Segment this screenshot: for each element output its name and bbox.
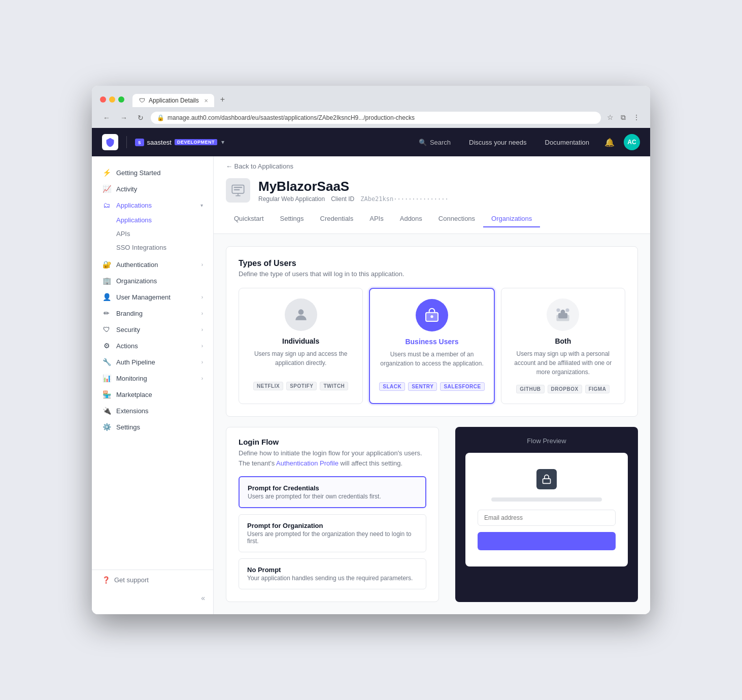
monitoring-icon: 📊 — [102, 374, 111, 382]
tab-credentials[interactable]: Credentials — [312, 211, 362, 227]
tabs-bar: Quickstart Settings Credentials APIs Add… — [226, 211, 638, 227]
tab-settings[interactable]: Settings — [272, 211, 312, 227]
sidebar-subitem-sso[interactable]: SSO Integrations — [92, 241, 213, 254]
extensions-icon: 🔌 — [102, 407, 111, 415]
tab-icon: 🛡 — [139, 97, 146, 104]
tab-organizations[interactable]: Organizations — [483, 211, 540, 227]
tab-close-button[interactable]: ✕ — [204, 98, 208, 104]
sidebar-item-activity[interactable]: 📈 Activity — [92, 181, 213, 197]
forward-button[interactable]: → — [117, 112, 130, 124]
sidebar-item-authentication[interactable]: 🔐 Authentication › — [92, 256, 213, 273]
sidebar-item-security[interactable]: 🛡 Security › — [92, 321, 213, 338]
sidebar-item-user-management[interactable]: 👤 User Management › — [92, 289, 213, 305]
security-icon: 🛡 — [102, 325, 111, 334]
toolbar-icons: ☆ ⧉ ⋮ — [605, 111, 642, 124]
documentation-button[interactable]: Documentation — [539, 136, 595, 149]
applications-icon: 🗂 — [102, 201, 111, 209]
credentials-title: Prompt for Credentials — [248, 484, 417, 492]
sidebar-item-extensions[interactable]: 🔌 Extensions — [92, 403, 213, 419]
pipeline-chevron-icon: › — [201, 359, 203, 365]
client-id-label: Client ID — [331, 195, 354, 203]
preview-submit-button[interactable] — [478, 532, 616, 550]
tab-connections[interactable]: Connections — [430, 211, 483, 227]
extensions-icon[interactable]: ⧉ — [619, 111, 628, 124]
sidebar-label: Security — [116, 326, 196, 334]
business-tags: SLACK SENTRY SALESFORCE — [378, 382, 485, 391]
tag-slack: SLACK — [379, 382, 405, 391]
authentication-icon: 🔐 — [102, 260, 111, 269]
preview-email-input[interactable] — [478, 510, 616, 526]
close-button[interactable] — [100, 96, 106, 103]
sidebar-item-settings[interactable]: ⚙️ Settings — [92, 419, 213, 435]
sidebar-item-applications[interactable]: 🗂 Applications ▾ — [92, 197, 213, 213]
sidebar-subitem-applications[interactable]: Applications — [92, 213, 213, 227]
tenant-selector[interactable]: s saastest DEVELOPMENT ▾ — [135, 139, 224, 146]
auth-profile-link[interactable]: Authentication Profile — [276, 459, 339, 467]
flow-option-no-prompt[interactable]: No Prompt Your application handles sendi… — [239, 558, 426, 589]
tab-apis[interactable]: APIs — [361, 211, 391, 227]
user-type-both[interactable]: Both Users may sign up with a personal a… — [501, 288, 625, 404]
discuss-needs-button[interactable]: Discuss your needs — [463, 136, 532, 149]
search-button[interactable]: 🔍 Search — [413, 136, 457, 149]
sidebar-label: Applications — [116, 202, 195, 209]
back-button[interactable]: ← — [100, 112, 113, 124]
flow-preview-title: Flow Preview — [527, 437, 566, 445]
collapse-button[interactable]: « — [201, 594, 205, 602]
organization-title: Prompt for Organization — [247, 522, 418, 529]
both-name: Both — [510, 337, 617, 345]
sidebar-item-organizations[interactable]: 🏢 Organizations — [92, 273, 213, 289]
individuals-name: Individuals — [247, 337, 354, 345]
individuals-icon — [285, 298, 317, 331]
sidebar-item-branding[interactable]: ✏ Branding › — [92, 305, 213, 321]
business-name: Business Users — [378, 338, 485, 346]
monitoring-chevron-icon: › — [201, 376, 203, 381]
actions-chevron-icon: › — [201, 343, 203, 349]
minimize-button[interactable] — [109, 96, 115, 103]
bookmark-icon[interactable]: ☆ — [605, 111, 616, 124]
support-icon: ❓ — [102, 576, 110, 584]
app-type: Regular Web Application — [258, 195, 325, 203]
sidebar-subitem-apis[interactable]: APIs — [92, 227, 213, 241]
marketplace-icon: 🏪 — [102, 390, 111, 398]
user-avatar[interactable]: AC — [624, 134, 640, 150]
maximize-button[interactable] — [118, 96, 124, 103]
sidebar-item-monitoring[interactable]: 📊 Monitoring › — [92, 370, 213, 386]
sidebar-label: Branding — [116, 310, 196, 317]
menu-icon[interactable]: ⋮ — [631, 111, 642, 124]
organization-desc: Users are prompted for the organization … — [247, 530, 418, 545]
app-header: s saastest DEVELOPMENT ▾ 🔍 Search Discus… — [92, 128, 650, 156]
flow-option-credentials[interactable]: Prompt for Credentials Users are prompte… — [239, 476, 426, 508]
refresh-button[interactable]: ↻ — [134, 112, 147, 124]
auth-pipeline-icon: 🔧 — [102, 358, 111, 366]
login-flow-row: Login Flow Define how to initiate the lo… — [226, 427, 638, 602]
notifications-icon[interactable]: 🔔 — [601, 135, 618, 150]
tenant-name: saastest — [147, 139, 172, 146]
tab-addons[interactable]: Addons — [392, 211, 430, 227]
sidebar-label: Authentication — [116, 261, 196, 269]
user-types-list: Individuals Users may sign up and access… — [239, 288, 625, 404]
tag-spotify: SPOTIFY — [286, 382, 317, 390]
auth-chevron-icon: › — [201, 262, 203, 268]
tenant-initial: s — [135, 139, 144, 146]
user-type-individuals[interactable]: Individuals Users may sign up and access… — [239, 288, 363, 404]
applications-chevron-icon: ▾ — [200, 203, 203, 208]
sidebar-item-getting-started[interactable]: ⚡ Getting Started — [92, 164, 213, 181]
browser-tab[interactable]: 🛡 Application Details ✕ — [132, 94, 214, 107]
sidebar-item-auth-pipeline[interactable]: 🔧 Auth Pipeline › — [92, 354, 213, 370]
svg-point-3 — [298, 309, 303, 315]
sidebar-item-marketplace[interactable]: 🏪 Marketplace — [92, 386, 213, 403]
search-icon: 🔍 — [419, 139, 427, 146]
sidebar-item-actions[interactable]: ⚙ Actions › — [92, 338, 213, 354]
no-prompt-title: No Prompt — [247, 566, 418, 574]
get-support-button[interactable]: ❓ Get support — [102, 576, 203, 584]
sidebar-label: Activity — [116, 185, 203, 193]
new-tab-button[interactable]: + — [215, 92, 230, 107]
tab-quickstart[interactable]: Quickstart — [226, 211, 272, 227]
tab-title: Application Details — [149, 97, 199, 104]
sidebar-footer: ❓ Get support — [92, 570, 213, 590]
address-bar[interactable]: 🔒 manage.auth0.com/dashboard/eu/saastest… — [151, 112, 601, 124]
flow-option-organization[interactable]: Prompt for Organization Users are prompt… — [239, 514, 426, 552]
user-type-business[interactable]: Business Users Users must be a member of… — [369, 288, 494, 404]
svg-point-7 — [557, 308, 560, 312]
breadcrumb[interactable]: ← Back to Applications — [226, 162, 638, 170]
